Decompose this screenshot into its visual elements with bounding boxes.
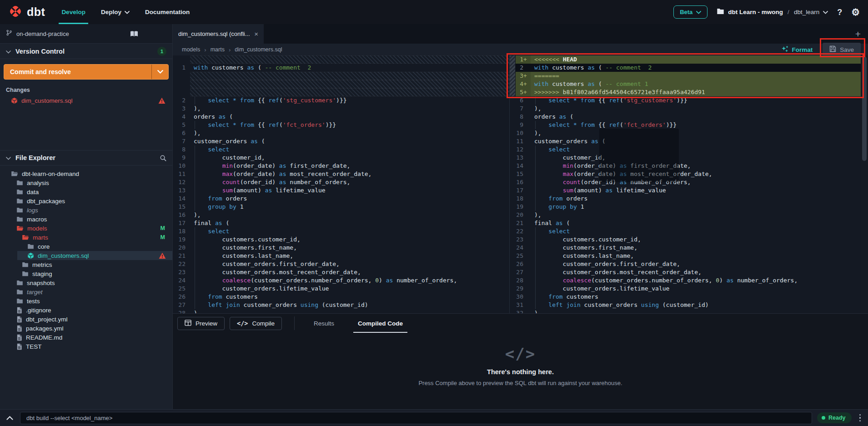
file-tree-item-macros[interactable]: macros [0, 215, 172, 224]
format-button[interactable]: Format [781, 45, 813, 54]
code-line[interactable]: 13 customer_id, [510, 154, 861, 162]
file-tree-item-analysis[interactable]: analysis [0, 178, 172, 187]
dbt-logo[interactable]: dbt [8, 4, 45, 20]
nav-item-deploy[interactable]: Deploy [101, 0, 130, 24]
file-tree-item-metrics[interactable]: metrics [0, 260, 172, 269]
file-tree-item--gitignore[interactable]: .gitignore [0, 306, 172, 315]
diff-filler-row[interactable] [173, 55, 509, 64]
code-line[interactable]: 17final as ( [173, 219, 509, 227]
diff-filler-row[interactable] [173, 80, 509, 88]
file-tree-item-dim-customers-sql[interactable]: dim_customers.sql [0, 251, 172, 260]
file-explorer-header[interactable]: File Explorer [0, 150, 172, 165]
code-line[interactable]: 6 select * from {{ ref('stg_customers')}… [510, 96, 861, 105]
tab-dim-customers[interactable]: dim_customers.sql (confli... × [173, 24, 264, 44]
code-line[interactable]: 12 select [510, 145, 861, 154]
chevron-up-icon[interactable] [5, 416, 15, 420]
nav-item-documentation[interactable]: Documentation [145, 0, 190, 24]
file-tree-item-staging[interactable]: staging [0, 269, 172, 278]
code-line[interactable]: 27 left join customer_orders using (cust… [173, 301, 509, 309]
breadcrumb-item[interactable]: marts [211, 46, 225, 53]
file-tree-item-dbt-learn-on-demand[interactable]: dbt-learn-on-demand [0, 169, 172, 178]
code-line[interactable]: 5+>>>>>>> b81f802a66fd544504c65721e3ffaa… [510, 88, 861, 96]
code-line[interactable]: 29 customer_orders.lifetime_value [510, 285, 861, 293]
code-line[interactable]: 26 customer_orders.first_order_date, [510, 260, 861, 268]
code-line[interactable]: 26 from customers [173, 293, 509, 301]
code-line[interactable]: 3), [173, 105, 509, 113]
code-line[interactable]: 8 select [173, 145, 509, 154]
file-tree-item-target[interactable]: target [0, 287, 172, 296]
file-tree-item-readme-md[interactable]: README.md [0, 333, 172, 342]
code-line[interactable]: 16), [173, 211, 509, 219]
commit-and-resolve-button[interactable]: Commit and resolve [4, 64, 169, 80]
version-control-header[interactable]: Version Control 1 [0, 44, 172, 59]
help-icon[interactable]: ? [837, 8, 842, 16]
code-line[interactable]: 2 select * from {{ ref('stg_customers')}… [173, 96, 509, 105]
code-line[interactable]: 15 group by 1 [173, 203, 509, 211]
code-line[interactable]: 28) [173, 309, 509, 313]
command-input[interactable] [20, 412, 812, 424]
breadcrumb-item[interactable]: models [182, 46, 200, 53]
scrollbar-thumb[interactable] [862, 56, 867, 161]
diff-filler-row[interactable] [173, 72, 509, 80]
code-line[interactable]: 4+with customers as ( -- comment 1 [510, 80, 861, 88]
code-line[interactable]: 14 from orders [173, 195, 509, 203]
preview-button[interactable]: Preview [177, 317, 225, 330]
code-line[interactable]: 12 count(order_id) as number_of_orders, [173, 178, 509, 186]
code-line[interactable]: 27 customer_orders.most_recent_order_dat… [510, 268, 861, 276]
file-tree-item-dbt-packages[interactable]: dbt_packages [0, 196, 172, 205]
compile-button[interactable]: </> Compile [230, 317, 282, 330]
code-line[interactable]: 23 customer_orders.most_recent_order_dat… [173, 268, 509, 276]
file-tree-item-snapshots[interactable]: snapshots [0, 278, 172, 287]
tab-results[interactable]: Results [312, 314, 336, 333]
gear-icon[interactable]: ⚙ [851, 7, 860, 17]
code-line[interactable]: 9 customer_id, [173, 154, 509, 162]
file-tree-item-test[interactable]: TEST [0, 342, 172, 351]
file-tree-item-marts[interactable]: martsM [0, 233, 172, 242]
new-tab-plus-icon[interactable]: + [855, 29, 861, 40]
code-line[interactable]: 32) [510, 309, 861, 313]
code-line[interactable]: 14 min(order_date) as first_order_date, [510, 162, 861, 170]
code-line[interactable]: 24 customers.first_name, [510, 244, 861, 252]
code-line[interactable]: 10), [510, 129, 861, 137]
changed-file-item[interactable]: dim_customers.sql [0, 95, 172, 106]
code-line[interactable]: 18 from orders [510, 195, 861, 203]
code-line[interactable]: 17 sum(amount) as lifetime_value [510, 186, 861, 195]
code-line[interactable]: 8orders as ( [510, 113, 861, 121]
code-line[interactable]: 24 coalesce(customer_orders.number_of_or… [173, 276, 509, 285]
code-line[interactable]: 21final as ( [510, 219, 861, 227]
code-line[interactable]: 20), [510, 211, 861, 219]
code-line[interactable]: 6), [173, 129, 509, 137]
diff-pane-current[interactable]: 1with customers as ( -- comment 22 selec… [173, 55, 509, 313]
nav-item-develop[interactable]: Develop [61, 0, 85, 24]
code-line[interactable]: 4orders as ( [173, 113, 509, 121]
code-line[interactable]: 20 customers.first_name, [173, 244, 509, 252]
kebab-menu-icon[interactable] [857, 412, 864, 424]
save-button[interactable]: Save [823, 43, 861, 56]
code-line[interactable]: 23 customers.customer_id, [510, 236, 861, 244]
code-line[interactable]: 22 select [510, 227, 861, 236]
code-line[interactable]: 7), [510, 105, 861, 113]
editor-scrollbar[interactable] [861, 55, 868, 313]
commit-dropdown-chevron-icon[interactable] [152, 65, 168, 79]
breadcrumb-item[interactable]: dim_customers.sql [235, 46, 282, 53]
code-line[interactable]: 2with customers as ( -- comment 2 [510, 64, 861, 72]
file-tree-item-logs[interactable]: logs [0, 205, 172, 215]
tab-compiled-code[interactable]: Compiled Code [356, 314, 405, 333]
file-tree-item-dbt-project-yml[interactable]: dbt_project.yml [0, 315, 172, 324]
diff-gutter-revert-bar[interactable] [510, 55, 516, 96]
code-line[interactable]: 1+<<<<<<< HEAD [510, 55, 861, 64]
code-line[interactable]: 28 coalesce(customer_orders.number_of_or… [510, 276, 861, 285]
code-line[interactable]: 31 left join customer_orders using (cust… [510, 301, 861, 309]
code-line[interactable]: 19 customers.customer_id, [173, 236, 509, 244]
code-line[interactable]: 30 from customers [510, 293, 861, 301]
code-line[interactable]: 1with customers as ( -- comment 2 [173, 64, 509, 72]
file-tree-item-packages-yml[interactable]: packages.yml [0, 324, 172, 333]
file-tree-item-tests[interactable]: tests [0, 296, 172, 306]
diff-filler-row[interactable] [173, 88, 509, 96]
diff-pane-incoming[interactable]: 1+<<<<<<< HEAD2with customers as ( -- co… [509, 55, 861, 313]
code-line[interactable]: 5 select * from {{ ref('fct_orders')}} [173, 121, 509, 129]
code-line[interactable]: 7customer_orders as ( [173, 137, 509, 145]
code-line[interactable]: 25 customer_orders.lifetime_value [173, 285, 509, 293]
beta-dropdown[interactable]: Beta [673, 5, 707, 19]
code-line[interactable]: 18 select [173, 227, 509, 236]
